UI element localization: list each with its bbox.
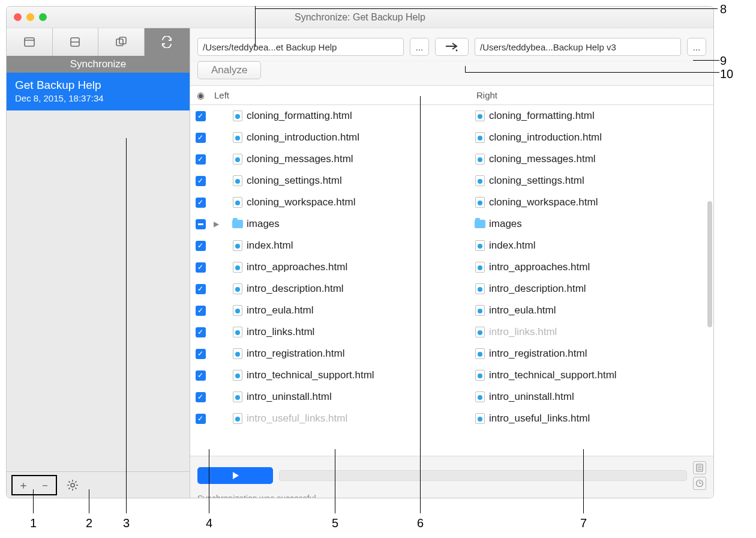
path-row: /Users/teddybea...et Backup Help ... /Us…: [190, 28, 713, 61]
table-row[interactable]: ✓intro_useful_links.htmlintro_useful_lin…: [190, 408, 713, 429]
table-row[interactable]: ▶imagesimages: [190, 213, 713, 235]
table-row[interactable]: ✓intro_uninstall.htmlintro_uninstall.htm…: [190, 386, 713, 408]
table-row[interactable]: ✓intro_description.htmlintro_description…: [190, 278, 713, 300]
svg-line-11: [69, 481, 70, 482]
sidebar-section-label: Synchronize: [7, 56, 190, 73]
annot-10: 10: [720, 67, 733, 81]
right-filename: intro_eula.html: [489, 304, 556, 316]
direction-button[interactable]: [435, 38, 469, 56]
table-row[interactable]: ✓cloning_settings.htmlcloning_settings.h…: [190, 170, 713, 192]
left-filename: intro_approaches.html: [247, 261, 347, 273]
right-filename: index.html: [489, 240, 535, 252]
table-row[interactable]: ✓intro_registration.htmlintro_registrati…: [190, 343, 713, 364]
table-row[interactable]: ✓cloning_formatting.htmlcloning_formatti…: [190, 105, 713, 127]
table-row[interactable]: ✓index.htmlindex.html: [190, 235, 713, 256]
row-checkbox[interactable]: ✓: [196, 176, 206, 186]
row-checkbox[interactable]: ✓: [196, 392, 206, 402]
left-filename: cloning_messages.html: [247, 153, 353, 165]
file-icon: [475, 132, 485, 143]
left-path-browse[interactable]: ...: [410, 38, 429, 56]
file-icon: [475, 262, 485, 273]
row-checkbox[interactable]: ✓: [196, 241, 206, 251]
file-icon: [233, 175, 242, 186]
file-icon: [475, 240, 485, 251]
schedule-button[interactable]: [693, 477, 706, 490]
file-icon: [233, 262, 242, 273]
header-select-all[interactable]: ◉: [190, 90, 211, 101]
window-title: Synchronize: Get Backup Help: [7, 12, 713, 23]
file-icon: [475, 197, 485, 208]
table-row[interactable]: ✓cloning_workspace.htmlcloning_workspace…: [190, 192, 713, 213]
project-item[interactable]: Get Backup Help Dec 8, 2015, 18:37:34: [7, 73, 190, 110]
right-path-browse[interactable]: ...: [687, 38, 706, 56]
project-name: Get Backup Help: [15, 79, 181, 92]
gear-dq: [67, 480, 78, 491]
row-checkbox[interactable]: [196, 219, 206, 229]
left-path-field[interactable]: /Users/teddybea...et Backup Help: [197, 38, 404, 56]
row-checkbox[interactable]: ✓: [196, 414, 206, 424]
scrollbar[interactable]: [707, 201, 712, 327]
right-filename: cloning_settings.html: [489, 175, 584, 187]
row-checkbox[interactable]: ✓: [196, 154, 206, 165]
annot-9: 9: [720, 54, 727, 68]
table-row[interactable]: ✓intro_links.htmlintro_links.html: [190, 321, 713, 343]
right-filename: cloning_workspace.html: [489, 196, 598, 208]
row-checkbox[interactable]: ✓: [196, 133, 206, 143]
file-icon: [233, 197, 242, 208]
right-path-field[interactable]: /Users/teddybea...Backup Help v3: [475, 38, 681, 56]
right-filename: cloning_introduction.html: [489, 131, 602, 144]
play-icon: [231, 471, 239, 480]
titlebar: Synchronize: Get Backup Help: [7, 7, 713, 28]
add-button[interactable]: ＋: [13, 476, 34, 494]
header-right[interactable]: Right: [473, 90, 713, 100]
tab-archive[interactable]: [53, 28, 99, 56]
left-filename: intro_registration.html: [247, 348, 344, 360]
project-date: Dec 8, 2015, 18:37:34: [15, 93, 181, 103]
file-icon: [233, 240, 242, 251]
tab-synchronize[interactable]: [145, 28, 190, 56]
table-row[interactable]: ✓intro_technical_support.htmlintro_techn…: [190, 364, 713, 386]
file-icon: [475, 327, 485, 337]
file-icon: [233, 391, 242, 402]
table-row[interactable]: ✓intro_eula.htmlintro_eula.html: [190, 300, 713, 321]
table-row[interactable]: ✓cloning_introduction.htmlcloning_introd…: [190, 127, 713, 148]
row-checkbox[interactable]: ✓: [196, 262, 206, 273]
right-filename: cloning_formatting.html: [489, 110, 595, 122]
mode-tabs: [7, 28, 190, 56]
row-checkbox[interactable]: ✓: [196, 306, 206, 316]
right-filename: intro_links.html: [489, 326, 557, 338]
file-rows: ✓cloning_formatting.htmlcloning_formatti…: [190, 105, 713, 456]
file-icon: [475, 391, 485, 402]
svg-point-6: [71, 483, 74, 487]
remove-button[interactable]: －: [34, 476, 56, 494]
tab-clone[interactable]: [98, 28, 145, 56]
analyze-button[interactable]: Analyze: [197, 61, 261, 79]
svg-marker-17: [233, 472, 239, 479]
row-checkbox[interactable]: ✓: [196, 284, 206, 294]
row-checkbox[interactable]: ✓: [196, 327, 206, 337]
row-checkbox[interactable]: ✓: [196, 111, 206, 121]
folder-icon: [232, 220, 243, 228]
right-filename: cloning_messages.html: [489, 153, 596, 165]
right-filename: intro_technical_support.html: [489, 369, 617, 381]
svg-rect-0: [25, 38, 34, 46]
left-filename: intro_useful_links.html: [247, 413, 347, 425]
row-checkbox[interactable]: ✓: [196, 370, 206, 381]
settings-button[interactable]: [62, 476, 83, 494]
table-row[interactable]: ✓intro_approaches.htmlintro_approaches.h…: [190, 256, 713, 278]
file-icon: [475, 370, 485, 381]
right-filename: intro_description.html: [489, 283, 586, 295]
progress-bar: [279, 470, 687, 481]
left-filename: cloning_workspace.html: [247, 196, 355, 208]
row-checkbox[interactable]: ✓: [196, 198, 206, 208]
row-checkbox[interactable]: ✓: [196, 349, 206, 359]
arrow-right-icon: [443, 41, 461, 52]
project-list: Get Backup Help Dec 8, 2015, 18:37:34: [7, 73, 190, 471]
table-row[interactable]: ✓cloning_messages.htmlcloning_messages.h…: [190, 148, 713, 170]
tab-backup[interactable]: [7, 28, 53, 56]
left-filename: cloning_introduction.html: [247, 131, 359, 144]
log-button[interactable]: [693, 461, 706, 474]
header-left[interactable]: Left: [211, 90, 451, 100]
file-icon: [475, 413, 485, 424]
file-icon: [233, 327, 242, 337]
